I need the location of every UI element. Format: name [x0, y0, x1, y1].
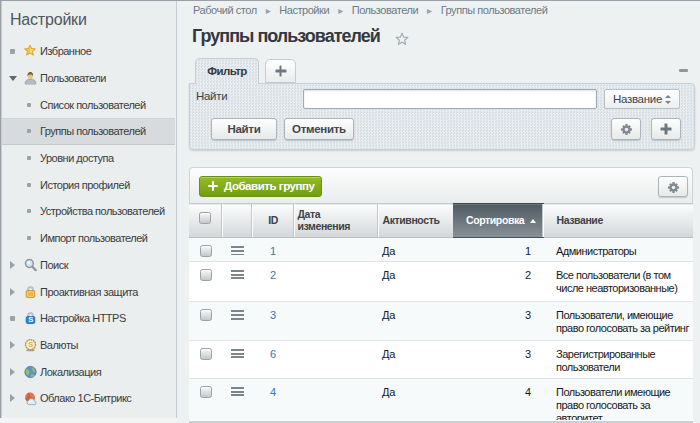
svg-text:S: S — [28, 340, 33, 349]
svg-text:S: S — [28, 315, 33, 324]
